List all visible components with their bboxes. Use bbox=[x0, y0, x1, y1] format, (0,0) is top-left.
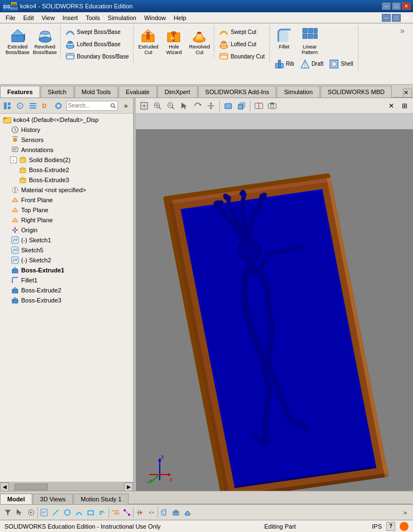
bt-relations-button[interactable] bbox=[121, 507, 132, 518]
minimize-button[interactable]: ─ bbox=[382, 2, 391, 10]
doc-close-button[interactable]: ✕ bbox=[402, 14, 411, 22]
horizontal-scrollbar[interactable]: ◀ ▶ bbox=[0, 482, 133, 491]
tree-item-right-plane[interactable]: Right Plane bbox=[0, 215, 133, 225]
search-input[interactable] bbox=[68, 103, 110, 109]
bottom-tab-model[interactable]: Model bbox=[0, 494, 32, 504]
zoom-to-fit-button[interactable] bbox=[138, 100, 150, 112]
tab-mbd[interactable]: SOLIDWORKS MBD bbox=[321, 86, 392, 97]
menu-tools[interactable]: Tools bbox=[82, 13, 104, 22]
scroll-right-button[interactable]: ▶ bbox=[124, 482, 133, 491]
bt-sketch-button[interactable] bbox=[38, 507, 50, 518]
horizontal-scroll-thumb[interactable] bbox=[14, 484, 48, 490]
swept-boss-button[interactable]: Swept Boss/Base bbox=[63, 26, 131, 38]
tree-item-sensors[interactable]: Sensors bbox=[0, 135, 133, 145]
menu-edit[interactable]: Edit bbox=[20, 13, 37, 22]
tab-addins[interactable]: SOLIDWORKS Add-Ins bbox=[198, 86, 277, 97]
solid-bodies-expand[interactable]: - bbox=[10, 157, 17, 163]
menu-window[interactable]: Window bbox=[141, 13, 169, 22]
lofted-boss-button[interactable]: Lofted Boss/Base bbox=[63, 38, 131, 50]
tab-features[interactable]: Features bbox=[0, 86, 40, 97]
bt-rectangle-button[interactable] bbox=[85, 507, 96, 518]
bt-mirror-button[interactable] bbox=[146, 507, 157, 518]
rib-button[interactable]: Rib bbox=[272, 58, 297, 70]
bt-more-button[interactable]: » bbox=[400, 507, 411, 518]
display-manager-tab[interactable] bbox=[52, 100, 65, 112]
tree-item-fillet1[interactable]: Fillet1 bbox=[0, 275, 133, 285]
close-viewport-button[interactable]: ✕ bbox=[385, 100, 397, 112]
menu-help[interactable]: Help bbox=[170, 13, 190, 22]
property-manager-tab[interactable]: i bbox=[14, 100, 26, 112]
tree-item-top-plane[interactable]: Top Plane bbox=[0, 205, 133, 215]
tree-item-boss-extrude1[interactable]: Boss-Extrude1 bbox=[0, 265, 133, 275]
tab-dimxpert[interactable]: DimXpert bbox=[158, 86, 198, 97]
tree-item-boss-extrude2-body[interactable]: Boss-Extrude2 bbox=[0, 165, 133, 175]
shell-button[interactable]: Shell bbox=[327, 58, 355, 70]
bt-select-button[interactable] bbox=[14, 507, 25, 518]
zoom-out-button[interactable] bbox=[165, 100, 177, 112]
view-orientation-button[interactable] bbox=[235, 100, 248, 112]
bt-circle-button[interactable] bbox=[62, 507, 73, 518]
tree-item-origin[interactable]: Origin bbox=[0, 225, 133, 235]
menu-simulation[interactable]: Simulation bbox=[105, 13, 140, 22]
maximize-button[interactable]: □ bbox=[392, 2, 401, 10]
notification-indicator[interactable] bbox=[400, 522, 409, 531]
bt-3d-sketch-button[interactable] bbox=[159, 507, 170, 518]
zoom-in-button[interactable] bbox=[151, 100, 164, 112]
bt-smart-select-button[interactable] bbox=[26, 507, 37, 518]
bt-arc-button[interactable] bbox=[73, 507, 85, 518]
tab-mold-tools[interactable]: Mold Tools bbox=[75, 86, 118, 97]
panel-close-button[interactable]: ✕ bbox=[403, 89, 412, 97]
tree-item-material[interactable]: Material <not specified> bbox=[0, 185, 133, 195]
display-style-button[interactable] bbox=[222, 100, 234, 112]
tree-item-solid-bodies[interactable]: - Solid Bodies(2) bbox=[0, 155, 133, 165]
bt-filter-button[interactable] bbox=[2, 507, 13, 518]
viewport-3d[interactable]: Z X Y bbox=[136, 129, 413, 491]
more-options-button[interactable]: » bbox=[120, 100, 132, 112]
linear-pattern-button[interactable]: LinearPattern bbox=[298, 26, 322, 57]
bt-dimension-button[interactable]: dim bbox=[110, 507, 121, 518]
toolbar-more-button[interactable]: » bbox=[396, 25, 409, 37]
tab-simulation[interactable]: Simulation bbox=[277, 86, 319, 97]
tree-item-sketch5[interactable]: Sketch5 bbox=[0, 245, 133, 255]
bottom-tab-motion-study[interactable]: Motion Study 1 bbox=[73, 494, 129, 504]
expand-viewport-button[interactable]: ⊞ bbox=[399, 100, 411, 112]
tree-item-front-plane[interactable]: Front Plane bbox=[0, 195, 133, 205]
close-button[interactable]: ✕ bbox=[402, 2, 411, 10]
tree-item-sketch2[interactable]: (-) Sketch2 bbox=[0, 255, 133, 265]
tree-item-annotations[interactable]: Annotations bbox=[0, 145, 133, 155]
bt-trim-button[interactable] bbox=[134, 507, 145, 518]
feature-manager-tab[interactable] bbox=[1, 100, 13, 112]
bt-line-button[interactable] bbox=[50, 507, 61, 518]
view-camera-button[interactable] bbox=[266, 100, 278, 112]
swept-cut-button[interactable]: Swept Cut bbox=[217, 26, 267, 38]
bt-extrude-button[interactable] bbox=[170, 507, 181, 518]
menu-insert[interactable]: Insert bbox=[59, 13, 81, 22]
tab-sketch[interactable]: Sketch bbox=[41, 86, 74, 97]
menu-file[interactable]: File bbox=[2, 13, 19, 22]
menu-view[interactable]: View bbox=[38, 13, 58, 22]
pan-button[interactable] bbox=[205, 100, 217, 112]
extruded-boss-base-button[interactable]: ExtrudedBoss/Base bbox=[4, 26, 31, 57]
bottom-tab-3d-views[interactable]: 3D Views bbox=[33, 494, 73, 504]
boundary-boss-button[interactable]: Boundary Boss/Base bbox=[63, 50, 131, 62]
fillet-button[interactable]: Fillet bbox=[272, 26, 297, 57]
lofted-cut-button[interactable]: Lofted Cut bbox=[217, 38, 267, 50]
help-button[interactable]: ? bbox=[386, 522, 395, 531]
config-manager-tab[interactable] bbox=[27, 100, 39, 112]
rotate-button[interactable] bbox=[191, 100, 204, 112]
revolved-cut-button[interactable]: RevolvedCut bbox=[187, 26, 212, 57]
scroll-left-button[interactable]: ◀ bbox=[0, 482, 9, 491]
tree-item-boss-extrude3[interactable]: Boss-Extrude3 bbox=[0, 295, 133, 305]
section-view-button[interactable] bbox=[253, 100, 265, 112]
doc-restore-button[interactable]: □ bbox=[392, 14, 401, 22]
revolved-boss-base-button[interactable]: RevolvedBoss/Base bbox=[32, 26, 58, 57]
dim-xpert-manager-tab[interactable]: D bbox=[40, 100, 52, 112]
bt-offset-button[interactable] bbox=[97, 507, 108, 518]
tree-item-boss-extrude3-body[interactable]: Boss-Extrude3 bbox=[0, 175, 133, 185]
hole-wizard-button[interactable]: H HoleWizard bbox=[161, 26, 186, 57]
tree-item-root[interactable]: koko4 (Default<<Default>_Disp bbox=[0, 115, 133, 125]
boundary-cut-button[interactable]: Boundary Cut bbox=[217, 50, 267, 62]
bt-revolve-button[interactable] bbox=[182, 507, 193, 518]
select-tool-button[interactable] bbox=[178, 100, 190, 112]
tab-evaluate[interactable]: Evaluate bbox=[119, 86, 157, 97]
